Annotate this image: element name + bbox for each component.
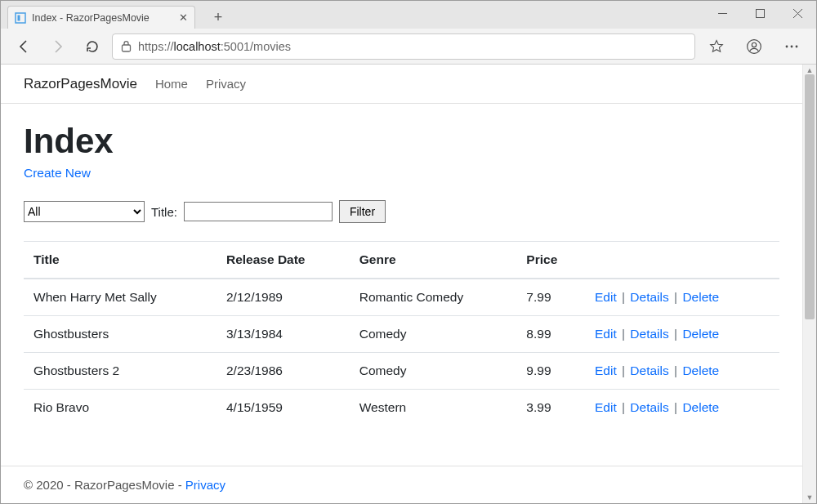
lock-icon bbox=[121, 40, 132, 52]
table-row: Ghostbusters 22/23/1986Comedy9.99Edit | … bbox=[24, 353, 779, 390]
filter-button[interactable]: Filter bbox=[339, 200, 386, 223]
cell-actions: Edit | Details | Delete bbox=[585, 390, 779, 426]
vertical-scrollbar[interactable]: ▲ ▼ bbox=[802, 65, 816, 503]
svg-point-10 bbox=[791, 45, 793, 47]
delete-link[interactable]: Delete bbox=[682, 364, 719, 377]
cell-actions: Edit | Details | Delete bbox=[585, 279, 779, 316]
more-button[interactable] bbox=[775, 32, 808, 61]
browser-tab[interactable]: Index - RazorPagesMovie ✕ bbox=[7, 6, 195, 29]
details-link[interactable]: Details bbox=[630, 400, 668, 414]
edit-link[interactable]: Edit bbox=[595, 364, 617, 377]
site-navbar: RazorPagesMovie Home Privacy bbox=[1, 65, 802, 104]
table-row: Ghostbusters3/13/1984Comedy8.99Edit | De… bbox=[24, 316, 779, 353]
cell-price: 8.99 bbox=[516, 316, 585, 353]
title-label: Title: bbox=[151, 205, 177, 219]
details-link[interactable]: Details bbox=[630, 327, 668, 341]
edit-link[interactable]: Edit bbox=[595, 290, 617, 304]
edit-link[interactable]: Edit bbox=[595, 400, 617, 414]
cell-genre: Comedy bbox=[350, 353, 517, 390]
svg-point-8 bbox=[752, 42, 756, 47]
footer-copyright: © 2020 - RazorPagesMovie - bbox=[24, 478, 185, 492]
scroll-thumb[interactable] bbox=[805, 74, 815, 319]
cell-price: 3.99 bbox=[516, 390, 585, 426]
new-tab-button[interactable]: + bbox=[207, 6, 230, 29]
delete-link[interactable]: Delete bbox=[682, 290, 719, 304]
svg-point-7 bbox=[748, 39, 761, 53]
window-titlebar: Index - RazorPagesMovie ✕ + bbox=[1, 1, 816, 29]
svg-point-9 bbox=[786, 45, 788, 47]
window-close-button[interactable] bbox=[779, 1, 816, 25]
favorite-button[interactable] bbox=[700, 32, 733, 61]
tab-favicon bbox=[15, 12, 26, 24]
cell-title: When Harry Met Sally bbox=[24, 279, 217, 316]
create-new-link[interactable]: Create New bbox=[24, 166, 91, 180]
svg-rect-6 bbox=[123, 45, 131, 51]
col-price: Price bbox=[516, 242, 585, 279]
col-genre: Genre bbox=[350, 242, 517, 279]
cell-title: Ghostbusters 2 bbox=[24, 353, 217, 390]
nav-link-privacy[interactable]: Privacy bbox=[206, 77, 246, 91]
address-bar[interactable]: https://localhost:5001/movies bbox=[112, 33, 695, 60]
tab-close-button[interactable]: ✕ bbox=[179, 11, 188, 24]
svg-rect-3 bbox=[756, 9, 764, 17]
movies-table: Title Release Date Genre Price When Harr… bbox=[24, 241, 779, 426]
url-text: https://localhost:5001/movies bbox=[138, 40, 291, 53]
brand[interactable]: RazorPagesMovie bbox=[24, 76, 137, 92]
nav-link-home[interactable]: Home bbox=[155, 77, 188, 91]
back-button[interactable] bbox=[9, 32, 38, 61]
refresh-button[interactable] bbox=[78, 32, 107, 61]
details-link[interactable]: Details bbox=[630, 364, 668, 377]
svg-rect-1 bbox=[18, 15, 20, 20]
main-content: Index Create New All Title: Filter Title… bbox=[1, 104, 802, 466]
cell-release: 2/12/1989 bbox=[217, 279, 350, 316]
cell-genre: Romantic Comedy bbox=[350, 279, 517, 316]
cell-release: 3/13/1984 bbox=[217, 316, 350, 353]
cell-price: 9.99 bbox=[516, 353, 585, 390]
browser-toolbar: https://localhost:5001/movies bbox=[1, 29, 816, 65]
svg-rect-0 bbox=[16, 13, 25, 23]
window-minimize-button[interactable] bbox=[703, 1, 741, 25]
details-link[interactable]: Details bbox=[630, 290, 668, 304]
window-maximize-button[interactable] bbox=[741, 1, 779, 25]
scroll-down-icon[interactable]: ▼ bbox=[803, 492, 816, 503]
cell-title: Rio Bravo bbox=[24, 390, 217, 426]
col-release: Release Date bbox=[217, 242, 350, 279]
genre-select[interactable]: All bbox=[24, 201, 145, 222]
cell-release: 2/23/1986 bbox=[217, 353, 350, 390]
cell-title: Ghostbusters bbox=[24, 316, 217, 353]
delete-link[interactable]: Delete bbox=[682, 327, 719, 341]
col-actions bbox=[585, 242, 779, 279]
svg-point-11 bbox=[796, 45, 798, 47]
page-title: Index bbox=[24, 122, 779, 161]
footer: © 2020 - RazorPagesMovie - Privacy bbox=[1, 466, 802, 503]
tab-title: Index - RazorPagesMovie bbox=[32, 12, 173, 24]
table-row: Rio Bravo4/15/1959Western3.99Edit | Deta… bbox=[24, 390, 779, 426]
forward-button[interactable] bbox=[43, 32, 73, 61]
filter-form: All Title: Filter bbox=[24, 200, 779, 223]
profile-button[interactable] bbox=[738, 32, 770, 61]
footer-privacy-link[interactable]: Privacy bbox=[185, 478, 225, 492]
cell-actions: Edit | Details | Delete bbox=[585, 353, 779, 390]
cell-genre: Comedy bbox=[350, 316, 517, 353]
cell-release: 4/15/1959 bbox=[217, 390, 350, 426]
cell-actions: Edit | Details | Delete bbox=[585, 316, 779, 353]
title-input[interactable] bbox=[184, 202, 333, 221]
delete-link[interactable]: Delete bbox=[682, 400, 719, 414]
edit-link[interactable]: Edit bbox=[595, 327, 617, 341]
col-title: Title bbox=[24, 242, 217, 279]
table-row: When Harry Met Sally2/12/1989Romantic Co… bbox=[24, 279, 779, 316]
cell-price: 7.99 bbox=[516, 279, 585, 316]
cell-genre: Western bbox=[350, 390, 517, 426]
